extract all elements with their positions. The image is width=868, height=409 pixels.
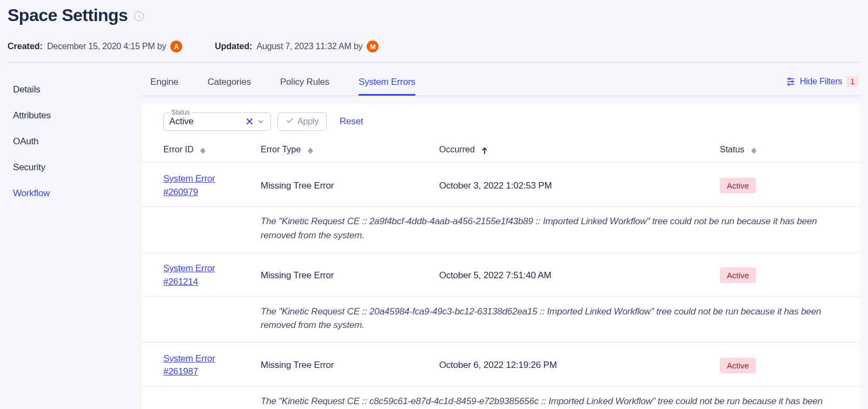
error-type: Missing Tree Error <box>261 270 334 280</box>
reset-link[interactable]: Reset <box>340 116 363 127</box>
col-header-error-type[interactable]: Error Type <box>261 145 439 155</box>
error-link[interactable]: System Error #261214 <box>163 263 215 287</box>
table-row: System Error #260979 Missing Tree Error … <box>142 162 860 252</box>
clear-icon[interactable]: ✕ <box>243 116 256 127</box>
col-header-error-id[interactable]: Error ID <box>163 145 261 155</box>
sort-icon <box>200 147 206 154</box>
error-message: The "Kinetic Request CE :: 20a45984-fca9… <box>142 297 860 342</box>
info-icon[interactable]: i <box>134 11 144 21</box>
error-link[interactable]: System Error #261987 <box>163 353 215 377</box>
error-type: Missing Tree Error <box>261 180 334 191</box>
updated-value: August 7, 2023 11:32 AM by <box>257 42 363 51</box>
status-field-label: Status <box>169 109 192 116</box>
col-header-occurred[interactable]: Occurred <box>439 145 720 155</box>
error-type: Missing Tree Error <box>261 360 334 370</box>
sort-asc-icon <box>481 147 488 155</box>
tab-system-errors[interactable]: System Errors <box>359 69 415 96</box>
error-message: The "Kinetic Request CE :: c8c59c61-e87d… <box>142 386 860 409</box>
updated-avatar[interactable]: M <box>367 41 379 52</box>
chevron-down-icon[interactable] <box>256 117 265 126</box>
sort-icon <box>308 147 313 154</box>
status-field-value: Active <box>169 116 243 127</box>
error-message: The "Kinetic Request CE :: 2a9f4bcf-4ddb… <box>142 206 860 252</box>
status-filter-select[interactable]: Status Active ✕ <box>163 112 271 131</box>
check-icon <box>286 116 294 127</box>
created-label: Created: <box>8 42 43 51</box>
svg-point-1 <box>789 78 790 79</box>
sidebar-item-oauth[interactable]: OAuth <box>13 129 142 155</box>
updated-label: Updated: <box>215 42 252 51</box>
svg-point-3 <box>791 81 793 82</box>
status-badge: Active <box>720 267 756 283</box>
hide-filters-label: Hide Filters <box>800 77 843 86</box>
error-occurred: October 3, 2022 1:02:53 PM <box>439 180 552 191</box>
sidebar: Details Attributes OAuth Security Workfl… <box>8 69 142 409</box>
table-row: System Error #261214 Missing Tree Error … <box>142 252 860 341</box>
col-header-status[interactable]: Status <box>720 145 839 155</box>
meta-row: Created: December 15, 2020 4:15 PM by A … <box>8 41 860 63</box>
created-avatar[interactable]: A <box>170 41 182 52</box>
apply-button[interactable]: Apply <box>277 112 327 131</box>
sort-icon <box>751 147 757 154</box>
sliders-icon <box>786 77 796 86</box>
svg-point-5 <box>788 83 790 85</box>
status-badge: Active <box>720 358 756 373</box>
svg-marker-12 <box>751 151 757 154</box>
error-occurred: October 5, 2022 7:51:40 AM <box>439 270 551 280</box>
tab-categories[interactable]: Categories <box>208 69 251 96</box>
status-badge: Active <box>720 178 756 193</box>
tab-engine[interactable]: Engine <box>150 69 178 96</box>
created-value: December 15, 2020 4:15 PM by <box>47 42 166 51</box>
table-row: System Error #261987 Missing Tree Error … <box>142 342 860 409</box>
hide-filters-button[interactable]: Hide Filters 1 <box>786 76 860 89</box>
page-title: Space Settings <box>8 5 128 25</box>
sidebar-item-attributes[interactable]: Attributes <box>13 103 142 129</box>
tab-policy-rules[interactable]: Policy Rules <box>280 69 329 96</box>
error-occurred: October 6, 2022 12:19:26 PM <box>439 360 557 370</box>
error-link[interactable]: System Error #260979 <box>163 173 215 197</box>
sidebar-item-workflow[interactable]: Workflow <box>13 180 142 206</box>
sidebar-item-details[interactable]: Details <box>13 77 142 103</box>
sidebar-item-security[interactable]: Security <box>13 155 142 180</box>
apply-label: Apply <box>297 117 319 126</box>
svg-marker-9 <box>308 151 313 154</box>
svg-marker-7 <box>200 151 206 154</box>
filter-count-badge: 1 <box>846 76 858 87</box>
